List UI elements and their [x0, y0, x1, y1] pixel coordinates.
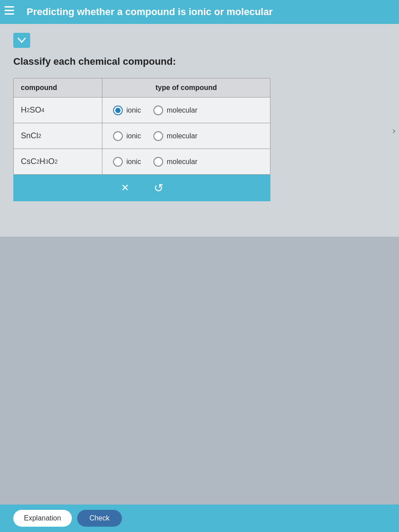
main-content: Classify each chemical compound: compoun… — [0, 24, 399, 237]
compound-cell-3: CsC2H3O2 — [14, 149, 102, 174]
undo-button[interactable]: ↺ — [151, 180, 167, 196]
ionic-label-2: ionic — [126, 132, 141, 140]
molecular-label-1: molecular — [167, 106, 197, 114]
ionic-option-3[interactable]: ionic — [113, 157, 141, 167]
explanation-button[interactable]: Explanation — [13, 510, 72, 527]
top-bar: Predicting whether a compound is ionic o… — [0, 0, 399, 24]
action-row: ✕ ↺ — [13, 175, 270, 201]
clear-button[interactable]: ✕ — [117, 180, 133, 196]
type-cell-2: ionic molecular — [102, 123, 270, 149]
molecular-label-3: molecular — [167, 158, 197, 166]
classify-heading: Classify each chemical compound: — [13, 56, 386, 67]
menu-icon[interactable] — [4, 6, 14, 15]
ionic-radio-1[interactable] — [113, 106, 123, 115]
molecular-label-2: molecular — [167, 132, 197, 140]
type-cell-3: ionic molecular — [102, 149, 270, 174]
ionic-radio-2[interactable] — [113, 131, 123, 141]
ionic-label-3: ionic — [126, 158, 141, 166]
compound-cell-2: SnCl2 — [14, 123, 102, 149]
molecular-option-3[interactable]: molecular — [153, 157, 197, 167]
collapse-button[interactable] — [13, 33, 30, 48]
ionic-option-1[interactable]: ionic — [113, 106, 141, 115]
table-row: CsC2H3O2 ionic molecular — [14, 149, 270, 174]
molecular-radio-1[interactable] — [153, 106, 163, 115]
ionic-label-1: ionic — [126, 106, 141, 114]
molecular-radio-2[interactable] — [153, 131, 163, 141]
compound-cell-1: H2SO4 — [14, 98, 102, 123]
molecular-option-2[interactable]: molecular — [153, 131, 197, 141]
clear-icon: ✕ — [121, 182, 129, 194]
type-column-header: type of compound — [102, 78, 270, 97]
table-row: SnCl2 ionic molecular — [14, 123, 270, 149]
check-button[interactable]: Check — [77, 510, 122, 527]
undo-icon: ↺ — [154, 181, 164, 195]
type-cell-1: ionic molecular — [102, 98, 270, 123]
compound-table: compound type of compound H2SO4 ionic mo… — [13, 78, 270, 175]
compound-column-header: compound — [14, 78, 102, 97]
table-header: compound type of compound — [14, 78, 270, 98]
molecular-radio-3[interactable] — [153, 157, 163, 167]
ionic-option-2[interactable]: ionic — [113, 131, 141, 141]
table-row: H2SO4 ionic molecular — [14, 98, 270, 123]
molecular-option-1[interactable]: molecular — [153, 106, 197, 115]
bottom-bar: Explanation Check — [0, 505, 399, 532]
right-arrow-icon: › — [392, 125, 395, 136]
page-title: Predicting whether a compound is ionic o… — [27, 6, 273, 18]
ionic-radio-3[interactable] — [113, 157, 123, 167]
